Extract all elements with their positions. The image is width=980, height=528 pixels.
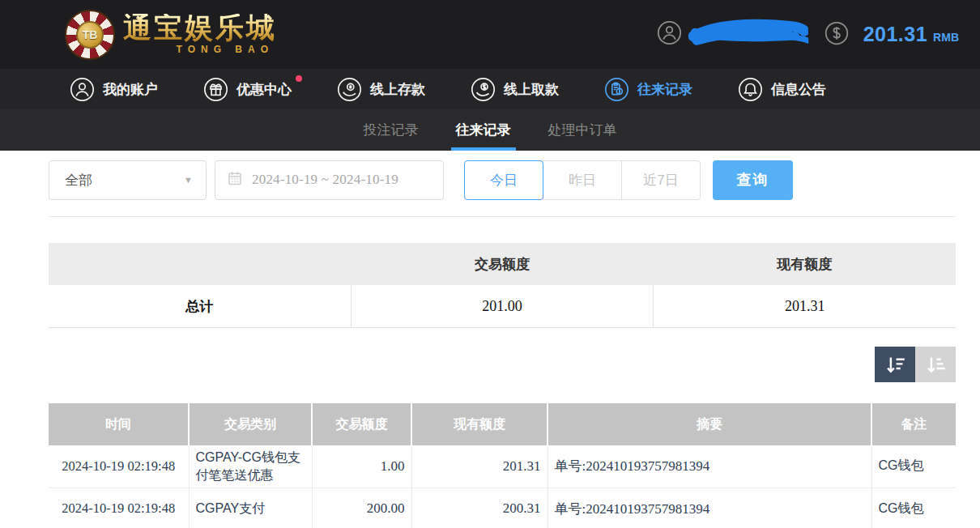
account-icon bbox=[70, 77, 95, 102]
filter-bar: 全部 ▼ 2024-10-19 ~ 2024-10-19 今日 昨日 近7日 查… bbox=[49, 160, 956, 200]
summary-current-amount: 201.31 bbox=[653, 285, 956, 327]
summary-table: 交易额度 现有额度 总计 201.00 201.31 bbox=[49, 243, 956, 328]
gift-icon bbox=[203, 77, 228, 102]
nav-item-announcements[interactable]: 信息公告 bbox=[738, 77, 826, 102]
site-logo[interactable]: TB bbox=[65, 10, 115, 60]
sort-ascending-button[interactable] bbox=[915, 347, 956, 382]
tab-transaction-records[interactable]: 往来记录 bbox=[456, 109, 511, 151]
cell-balance: 200.31 bbox=[411, 488, 548, 528]
sort-descending-icon bbox=[884, 354, 906, 376]
cell-amount: 200.00 bbox=[312, 488, 411, 528]
col-header-category: 交易类别 bbox=[189, 403, 312, 445]
nav-label: 线上存款 bbox=[370, 80, 425, 99]
divider bbox=[49, 216, 956, 217]
cell-balance: 201.31 bbox=[411, 445, 548, 488]
table-row: 2024-10-19 02:19:48 CGPAY-CG钱包支付笔笔送优惠 1.… bbox=[49, 445, 956, 488]
records-icon bbox=[604, 77, 629, 102]
cell-category: CGPAY支付 bbox=[189, 488, 312, 528]
logo-chip-monogram: TB bbox=[76, 21, 104, 49]
redacted-username-scribble bbox=[688, 15, 808, 54]
summary-header-row: 交易额度 现有额度 bbox=[49, 243, 956, 285]
cell-remark: CG钱包 bbox=[871, 488, 956, 528]
cell-summary: 单号:202410193757981394 bbox=[548, 488, 871, 528]
summary-total-row: 总计 201.00 201.31 bbox=[49, 285, 956, 328]
tab-pending-orders[interactable]: 处理中订单 bbox=[548, 109, 617, 151]
type-select[interactable]: 全部 ▼ bbox=[49, 160, 207, 200]
site-header: TB 通宝娱乐城 TONG BAO bbox=[0, 0, 980, 69]
date-range-input[interactable]: 2024-10-19 ~ 2024-10-19 bbox=[215, 160, 444, 200]
balance-amount: 201.31 bbox=[863, 23, 927, 46]
chevron-down-icon: ▼ bbox=[184, 175, 193, 185]
nav-label: 优惠中心 bbox=[236, 80, 292, 99]
cell-remark: CG钱包 bbox=[871, 445, 956, 488]
col-header-amount: 交易额度 bbox=[312, 403, 411, 445]
nav-label: 我的账户 bbox=[103, 80, 158, 99]
quick-date-group: 今日 昨日 近7日 bbox=[464, 160, 701, 200]
user-avatar-icon[interactable] bbox=[657, 20, 682, 49]
nav-item-promotions[interactable]: 优惠中心 bbox=[203, 77, 292, 102]
records-header-row: 时间 交易类别 交易额度 现有额度 摘要 备注 bbox=[49, 403, 956, 445]
quick-btn-yesterday[interactable]: 昨日 bbox=[543, 160, 622, 200]
summary-header-empty bbox=[49, 243, 351, 285]
sort-descending-button[interactable] bbox=[875, 347, 915, 382]
balance-display: 201.31 RMB bbox=[824, 21, 959, 49]
col-header-remark: 备注 bbox=[871, 403, 956, 445]
main-content: 全部 ▼ 2024-10-19 ~ 2024-10-19 今日 昨日 近7日 查… bbox=[0, 151, 980, 528]
cell-category: CGPAY-CG钱包支付笔笔送优惠 bbox=[189, 445, 312, 488]
summary-transaction-amount: 201.00 bbox=[351, 285, 654, 327]
col-header-summary: 摘要 bbox=[548, 403, 871, 445]
quick-btn-today[interactable]: 今日 bbox=[464, 160, 543, 200]
records-table: 时间 交易类别 交易额度 现有额度 摘要 备注 2024-10-19 02:19… bbox=[49, 403, 956, 528]
logo-wordmark: 通宝娱乐城 TONG BAO bbox=[123, 14, 277, 55]
table-row: 2024-10-19 02:19:48 CGPAY支付 200.00 200.3… bbox=[49, 488, 956, 528]
cell-time: 2024-10-19 02:19:48 bbox=[49, 488, 189, 528]
bell-icon bbox=[738, 77, 763, 102]
main-nav: 我的账户 优惠中心 线上存款 线上取款 bbox=[0, 69, 980, 109]
calendar-icon bbox=[227, 170, 243, 190]
summary-total-label: 总计 bbox=[49, 285, 351, 327]
date-range-value: 2024-10-19 ~ 2024-10-19 bbox=[252, 172, 398, 188]
cell-time: 2024-10-19 02:19:48 bbox=[49, 445, 189, 488]
sort-controls bbox=[49, 347, 956, 382]
dollar-circle-icon bbox=[824, 21, 849, 49]
header-user-area: 201.31 RMB bbox=[657, 17, 959, 53]
nav-item-withdraw[interactable]: 线上取款 bbox=[471, 77, 559, 102]
quick-btn-last7days[interactable]: 近7日 bbox=[621, 160, 701, 200]
cell-summary: 单号:202410193757981394 bbox=[548, 445, 871, 488]
summary-header-transaction-amount: 交易额度 bbox=[351, 243, 653, 285]
balance-currency: RMB bbox=[933, 26, 959, 44]
logo-subtitle: TONG BAO bbox=[123, 44, 277, 55]
nav-item-my-account[interactable]: 我的账户 bbox=[70, 77, 158, 102]
nav-item-deposit[interactable]: 线上存款 bbox=[337, 77, 425, 102]
col-header-time: 时间 bbox=[49, 403, 189, 445]
record-tabs: 投注记录 往来记录 处理中订单 bbox=[0, 109, 980, 151]
cell-amount: 1.00 bbox=[312, 445, 411, 488]
sort-ascending-icon bbox=[925, 354, 947, 376]
withdraw-icon bbox=[471, 77, 496, 102]
col-header-balance: 现有额度 bbox=[411, 403, 548, 445]
nav-label: 往来记录 bbox=[637, 80, 692, 99]
summary-header-current-amount: 现有额度 bbox=[654, 243, 956, 285]
notification-dot bbox=[296, 75, 302, 82]
nav-label: 线上取款 bbox=[504, 80, 559, 99]
deposit-icon bbox=[337, 77, 362, 102]
nav-label: 信息公告 bbox=[771, 80, 826, 99]
type-select-value: 全部 bbox=[65, 171, 92, 189]
logo-title: 通宝娱乐城 bbox=[123, 14, 277, 42]
nav-item-transaction-records[interactable]: 往来记录 bbox=[604, 77, 692, 102]
search-button[interactable]: 查询 bbox=[713, 160, 793, 200]
tab-bet-records[interactable]: 投注记录 bbox=[364, 109, 419, 151]
